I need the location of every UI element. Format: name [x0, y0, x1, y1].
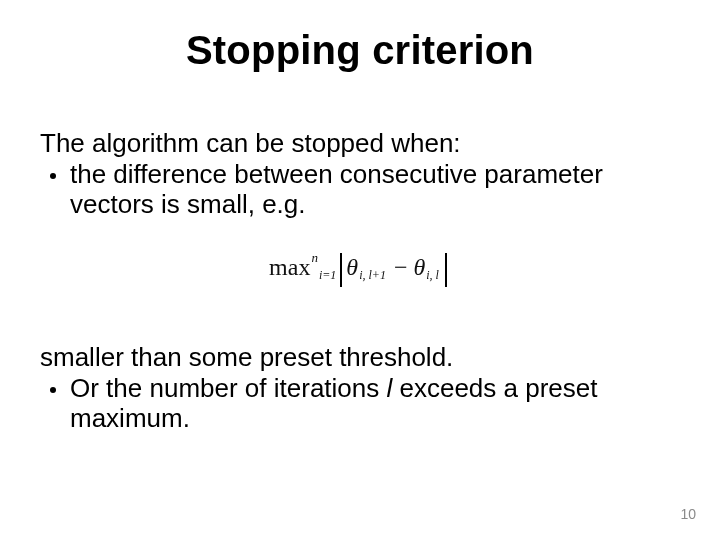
bullet-dot-icon: [50, 387, 56, 393]
theta-2-sub: i, l: [426, 268, 439, 283]
after-formula-line: smaller than some preset threshold.: [40, 342, 660, 373]
bullet-2-pre: Or the number of iterations: [70, 373, 386, 403]
bullet-1-text: the difference between consecutive param…: [70, 159, 660, 220]
bullet-dot-icon: [50, 173, 56, 179]
body-block-1: The algorithm can be stopped when: the d…: [40, 128, 660, 220]
bullet-2-text: Or the number of iterations l exceeds a …: [70, 373, 660, 434]
abs-bar-left-icon: [340, 253, 342, 287]
minus-sign: −: [394, 254, 408, 281]
bullet-2: Or the number of iterations l exceeds a …: [40, 373, 660, 434]
theta-2: θ: [413, 254, 425, 281]
formula-sub: i=1: [319, 268, 336, 283]
formula: max n i=1 θ i, l+1 − θ i, l: [0, 250, 720, 284]
bullet-1: the difference between consecutive param…: [40, 159, 660, 220]
theta-1-sub: i, l+1: [359, 268, 386, 283]
theta-1: θ: [346, 254, 358, 281]
intro-line: The algorithm can be stopped when:: [40, 128, 660, 159]
formula-sup: n: [311, 250, 318, 266]
formula-op: max: [269, 254, 310, 281]
slide: Stopping criterion The algorithm can be …: [0, 0, 720, 540]
body-block-2: smaller than some preset threshold. Or t…: [40, 342, 660, 434]
slide-title: Stopping criterion: [0, 28, 720, 73]
page-number: 10: [680, 506, 696, 522]
abs-bar-right-icon: [445, 253, 447, 287]
formula-max: max n i=1: [269, 254, 336, 281]
